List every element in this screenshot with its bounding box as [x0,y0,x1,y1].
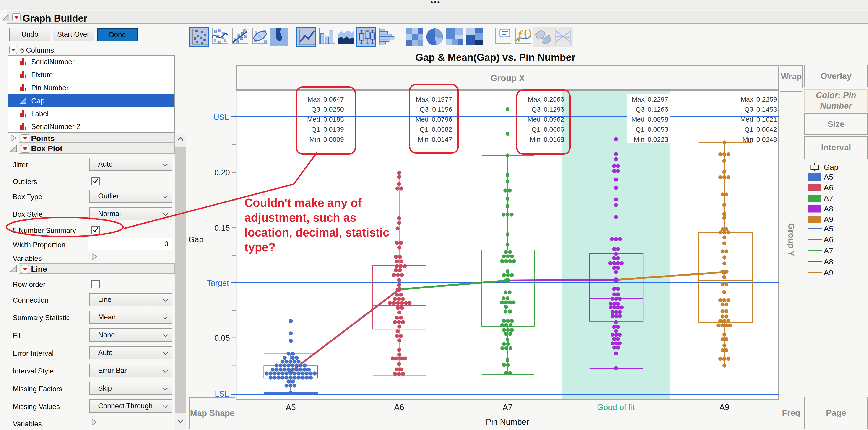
svg-text:0.0796: 0.0796 [432,115,452,123]
svg-text:0.20: 0.20 [214,168,230,177]
svg-text:Med: Med [527,115,540,123]
svg-text:0.1977: 0.1977 [432,96,452,103]
svg-text:Pin Number: Pin Number [486,417,529,427]
svg-text:0.05: 0.05 [214,333,230,342]
svg-text:Med: Med [631,115,645,123]
svg-text:0.1021: 0.1021 [756,115,777,123]
svg-text:A7: A7 [824,246,833,255]
svg-text:Med: Med [740,115,753,123]
svg-text:Min: Min [530,136,540,143]
svg-text:Max: Max [632,96,645,103]
svg-text:LSL: LSL [215,389,229,398]
svg-text:Min: Min [633,136,645,143]
svg-text:A7: A7 [502,403,513,412]
svg-text:0.2297: 0.2297 [648,96,668,103]
svg-text:A6: A6 [824,183,833,192]
svg-text:location, decimal, statistic: location, decimal, statistic [245,226,389,239]
svg-text:A5: A5 [824,224,833,233]
svg-text:A5: A5 [824,172,833,181]
svg-text:A9: A9 [824,268,833,277]
svg-text:Q3: Q3 [311,105,320,113]
svg-text:Max: Max [307,96,320,103]
svg-text:0.0147: 0.0147 [432,136,452,143]
svg-text:0.0653: 0.0653 [648,126,668,133]
svg-text:0.0223: 0.0223 [648,136,668,143]
svg-text:Gap: Gap [188,235,204,244]
svg-text:Min: Min [309,136,320,143]
svg-text:Gap: Gap [824,163,838,171]
svg-text:Med: Med [307,115,320,123]
svg-text:Max: Max [741,96,753,103]
svg-text:0.0642: 0.0642 [756,126,777,133]
svg-text:Q3: Q3 [532,105,540,113]
svg-text:Min: Min [417,136,429,143]
svg-text:Q1: Q1 [636,126,645,133]
svg-text:0.0606: 0.0606 [544,126,564,133]
svg-text:type?: type? [245,241,276,254]
svg-text:Target: Target [207,278,229,287]
svg-text:Max: Max [528,96,540,103]
svg-text:adjustment, such as: adjustment, such as [245,211,356,224]
svg-text:A9: A9 [824,215,833,224]
svg-text:Good of fit: Good of fit [597,403,635,412]
svg-text:0.0962: 0.0962 [544,115,564,123]
svg-text:USL: USL [214,112,229,122]
svg-text:Max: Max [416,96,429,103]
svg-text:0.0139: 0.0139 [323,126,344,133]
svg-text:0.0858: 0.0858 [648,115,668,123]
svg-text:Q3: Q3 [420,105,429,113]
svg-text:0.2566: 0.2566 [544,96,564,103]
svg-text:0.15: 0.15 [214,223,230,232]
svg-text:0.1296: 0.1296 [544,105,564,113]
svg-text:0.0185: 0.0185 [323,115,344,123]
svg-text:0.0009: 0.0009 [323,136,344,143]
svg-text:0.0647: 0.0647 [323,96,344,103]
svg-text:A6: A6 [394,403,404,412]
svg-text:Group X: Group X [491,73,525,83]
svg-text:Q1: Q1 [744,126,753,133]
svg-text:Q1: Q1 [532,126,540,133]
svg-text:Min: Min [742,136,753,143]
svg-text:0.0168: 0.0168 [544,136,564,143]
svg-text:Q1: Q1 [420,126,429,133]
svg-text:0.1453: 0.1453 [756,105,777,113]
svg-text:0.0250: 0.0250 [323,105,344,113]
svg-text:A5: A5 [286,403,296,412]
svg-text:0.1266: 0.1266 [648,105,668,113]
svg-text:Med: Med [415,115,429,123]
svg-text:0.2259: 0.2259 [756,96,777,103]
svg-text:A8: A8 [824,257,833,266]
svg-text:Gap & Mean(Gap) vs. Pin Number: Gap & Mean(Gap) vs. Pin Number [415,52,576,63]
svg-text:0.0582: 0.0582 [432,126,452,133]
svg-text:A7: A7 [824,194,833,202]
svg-text:Q3: Q3 [744,105,753,113]
svg-text:0.1156: 0.1156 [432,105,452,113]
svg-text:Q3: Q3 [636,105,645,113]
svg-text:A9: A9 [719,403,729,412]
svg-text:0.0248: 0.0248 [756,136,777,143]
svg-text:A8: A8 [824,204,833,213]
svg-text:A6: A6 [824,235,833,244]
svg-text:Q1: Q1 [311,126,320,133]
svg-text:Couldn't make any of: Couldn't make any of [245,196,362,209]
